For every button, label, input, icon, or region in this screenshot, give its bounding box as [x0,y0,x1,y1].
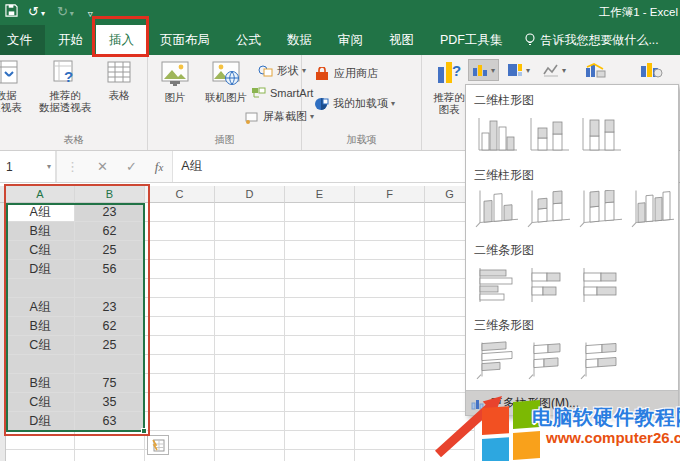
cell[interactable] [285,374,355,393]
cell[interactable] [285,393,355,412]
tab-pdf-tools[interactable]: PDF工具集 [427,25,516,55]
cell[interactable] [355,298,425,317]
chart-thumb-bar3-100-icon[interactable] [577,339,623,379]
cell[interactable]: B组 [6,374,75,393]
cell[interactable] [75,431,145,450]
cell[interactable]: 25 [75,241,145,260]
insert-combo-chart-button[interactable] [582,59,610,81]
chart-thumb-bar3-stacked-icon[interactable] [525,339,571,379]
quick-analysis-button[interactable] [147,435,169,455]
cell[interactable] [355,431,425,450]
cell[interactable] [285,298,355,317]
cell[interactable]: 35 [75,393,145,412]
tab-insert[interactable]: 插入 [96,25,147,55]
column-header-E[interactable]: E [285,186,355,203]
tab-review[interactable]: 审阅 [325,25,376,55]
insert-function-icon[interactable]: fx [146,159,172,175]
pivottable-button[interactable]: 数据 透视表 [0,59,32,113]
cell[interactable] [145,260,215,279]
cell[interactable] [355,279,425,298]
cell[interactable] [145,374,215,393]
cell[interactable]: 23 [75,203,145,222]
cell[interactable] [355,222,425,241]
cell[interactable] [215,222,285,241]
online-pictures-button[interactable]: 联机图片 [198,59,254,103]
cell[interactable] [285,279,355,298]
name-box[interactable]: 1 ▾ [0,151,57,182]
chart-thumb-bar2-clustered-icon[interactable] [473,264,519,304]
cell[interactable] [6,355,75,374]
cell[interactable]: B组 [6,317,75,336]
cell[interactable] [285,222,355,241]
pictures-button[interactable]: 图片 [152,59,198,103]
cell[interactable]: 56 [75,260,145,279]
chart-thumb-bar2-100-icon[interactable] [577,264,623,304]
chart-thumb-col3-100-icon[interactable] [577,189,623,229]
cell[interactable] [75,450,145,461]
cell[interactable] [215,317,285,336]
cell[interactable] [215,260,285,279]
cell[interactable] [285,203,355,222]
cell[interactable] [355,393,425,412]
cell[interactable] [75,279,145,298]
store-button[interactable]: 应用商店 [314,66,378,81]
chart-thumb-col3-clustered-icon[interactable] [473,189,519,229]
cell[interactable] [215,241,285,260]
cell[interactable] [425,431,475,450]
cell[interactable] [145,279,215,298]
cell[interactable] [215,279,285,298]
tab-page-layout[interactable]: 页面布局 [147,25,223,55]
save-icon[interactable] [0,0,23,25]
insert-hierarchy-chart-button[interactable]: ▾ [504,59,533,81]
tab-file[interactable]: 文件 [0,25,45,55]
chart-thumb-col3-wide-icon[interactable] [629,189,675,229]
cell[interactable] [355,412,425,431]
cell[interactable]: 75 [75,374,145,393]
cell[interactable] [145,241,215,260]
cell[interactable] [145,336,215,355]
recommended-pivottables-button[interactable]: ? 推荐的 数据透视表 [34,59,96,113]
cell[interactable]: 23 [75,298,145,317]
shapes-button[interactable]: 形状▾ [258,63,306,78]
chart-thumb-col2-clustered-icon[interactable] [473,114,519,154]
cell[interactable] [355,355,425,374]
cell[interactable] [145,222,215,241]
cell[interactable]: B组 [6,222,75,241]
cell[interactable] [215,374,285,393]
cell[interactable] [285,355,355,374]
column-header-C[interactable]: C [145,186,215,203]
enter-icon[interactable]: ✓ [117,159,146,174]
redo-icon[interactable]: ↻▾ [52,0,81,26]
cell[interactable]: A组 [6,203,75,222]
insert-line-chart-button[interactable]: ▾ [540,59,569,81]
cell[interactable] [215,431,285,450]
cell[interactable] [145,298,215,317]
cell[interactable] [215,412,285,431]
cell[interactable]: C组 [6,393,75,412]
undo-icon[interactable]: ↺▾ [23,0,52,26]
insert-column-chart-button[interactable]: ▾ [468,59,499,81]
cell[interactable] [215,393,285,412]
column-header-D[interactable]: D [215,186,285,203]
cell[interactable] [285,241,355,260]
cell[interactable] [75,355,145,374]
tab-formulas[interactable]: 公式 [223,25,274,55]
cell[interactable] [6,431,75,450]
cell[interactable]: D组 [6,412,75,431]
chart-thumb-bar3-clustered-icon[interactable] [473,339,519,379]
my-addins-button[interactable]: 我的加载项▾ [314,96,395,111]
cell[interactable]: C组 [6,336,75,355]
cell[interactable] [285,412,355,431]
chart-thumb-col3-stacked-icon[interactable] [525,189,571,229]
tab-view[interactable]: 视图 [376,25,427,55]
cell[interactable] [145,203,215,222]
tell-me-box[interactable]: 告诉我您想要做什么... [524,25,659,55]
cell[interactable] [145,317,215,336]
cancel-icon[interactable]: ✕ [88,159,117,174]
table-button[interactable]: 表格 [96,59,142,101]
cell[interactable] [355,336,425,355]
cell[interactable] [355,317,425,336]
cell[interactable] [355,203,425,222]
cell[interactable]: 63 [75,412,145,431]
cell[interactable] [215,355,285,374]
